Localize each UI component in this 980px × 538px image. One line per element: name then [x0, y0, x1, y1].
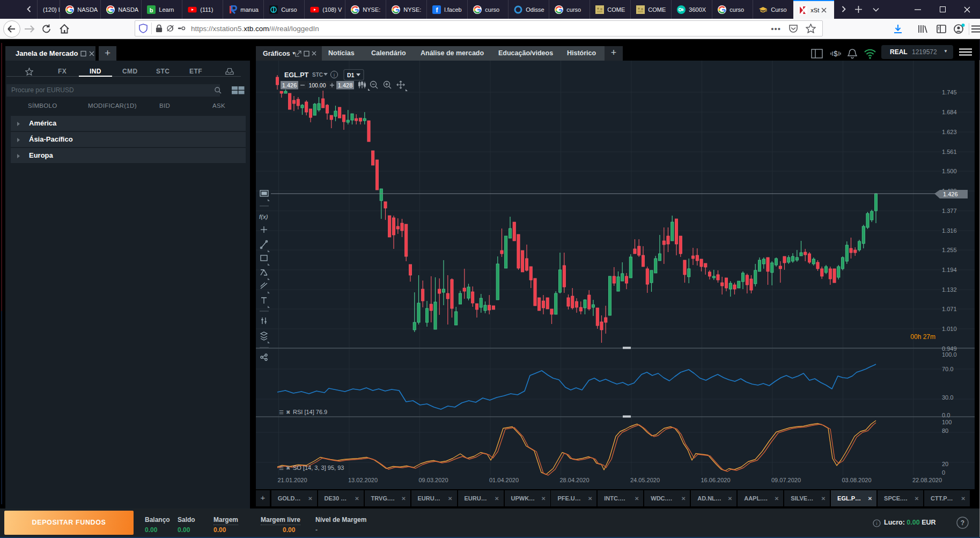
svg-text:D1: D1	[347, 72, 355, 78]
svg-text:20: 20	[942, 461, 948, 467]
svg-text:22.08.2020: 22.08.2020	[912, 477, 942, 483]
svg-text:24.05.2020: 24.05.2020	[630, 477, 660, 483]
svg-text:✖: ✖	[286, 465, 290, 471]
svg-text:13.02.2020: 13.02.2020	[348, 477, 378, 483]
svg-text:1.428: 1.428	[338, 82, 353, 89]
svg-text:1.426: 1.426	[943, 191, 958, 197]
svg-text:EGL.PT: EGL.PT	[284, 71, 309, 79]
svg-text:SO [14, 3, 3] 95, 93: SO [14, 3, 3] 95, 93	[293, 465, 344, 471]
svg-text:1.561: 1.561	[942, 149, 957, 155]
svg-text:✖: ✖	[286, 409, 290, 415]
svg-text:0: 0	[942, 469, 945, 476]
svg-text:100.0: 100.0	[942, 351, 957, 358]
svg-text:80: 80	[942, 428, 948, 434]
svg-text:70.0: 70.0	[942, 366, 953, 372]
svg-text:☰: ☰	[279, 409, 284, 415]
svg-text:1.623: 1.623	[942, 129, 957, 135]
svg-text:1.071: 1.071	[942, 306, 957, 312]
svg-text:00h 27m: 00h 27m	[910, 333, 935, 341]
svg-text:☰: ☰	[279, 465, 284, 471]
svg-text:1.194: 1.194	[942, 267, 957, 273]
svg-text:STC: STC	[312, 72, 323, 78]
svg-text:1.255: 1.255	[942, 247, 957, 253]
svg-text:1.316: 1.316	[942, 227, 957, 234]
svg-text:1.500: 1.500	[942, 168, 957, 174]
svg-text:28.04.2020: 28.04.2020	[560, 477, 590, 483]
svg-text:1.426: 1.426	[282, 82, 297, 89]
svg-text:30.0: 30.0	[942, 394, 953, 401]
svg-text:09.07.2020: 09.07.2020	[771, 477, 801, 483]
svg-text:09.03.2020: 09.03.2020	[419, 477, 448, 483]
svg-text:16.06.2020: 16.06.2020	[701, 477, 731, 483]
svg-text:1.745: 1.745	[942, 89, 957, 95]
svg-text:1.010: 1.010	[942, 326, 957, 332]
svg-text:100.00: 100.00	[308, 82, 326, 89]
svg-text:i: i	[876, 521, 878, 526]
svg-text:0.0: 0.0	[942, 412, 950, 418]
svg-text:1.684: 1.684	[942, 109, 957, 115]
svg-text:RSI [14] 76.9: RSI [14] 76.9	[293, 409, 327, 415]
svg-text:?: ?	[961, 519, 964, 527]
svg-text:01.04.2020: 01.04.2020	[489, 477, 519, 483]
svg-text:03.08.2020: 03.08.2020	[842, 477, 872, 483]
svg-text:1.132: 1.132	[942, 286, 957, 293]
svg-text:b: b	[150, 6, 153, 13]
svg-text:i: i	[334, 72, 335, 78]
svg-text:21.01.2020: 21.01.2020	[278, 477, 307, 483]
svg-text:1.377: 1.377	[942, 208, 957, 214]
svg-text:$: $	[834, 49, 838, 58]
svg-text:100: 100	[942, 419, 952, 425]
svg-text:f(x): f(x)	[259, 213, 268, 220]
